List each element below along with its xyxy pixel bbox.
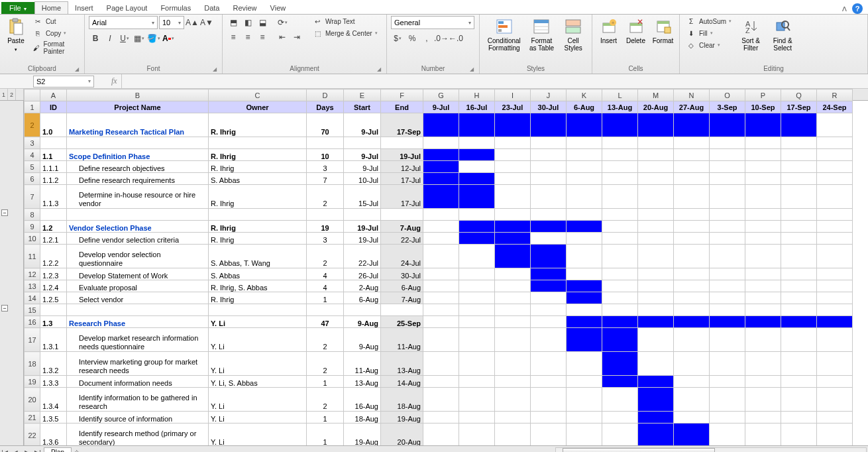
- gantt-cell[interactable]: [531, 352, 567, 376]
- cell[interactable]: [817, 137, 853, 149]
- font-name-combo[interactable]: Arial: [89, 16, 158, 29]
- gantt-cell[interactable]: [638, 328, 674, 352]
- gantt-cell[interactable]: [710, 292, 745, 304]
- cell[interactable]: 1.3.3: [40, 376, 67, 388]
- cell[interactable]: 1.3: [40, 316, 67, 328]
- gantt-cell[interactable]: [531, 292, 567, 304]
- gantt-cell[interactable]: [781, 221, 817, 233]
- column-header[interactable]: I: [495, 89, 531, 101]
- gantt-cell[interactable]: [531, 245, 567, 268]
- gantt-cell[interactable]: [781, 185, 817, 209]
- gantt-cell[interactable]: [638, 161, 674, 173]
- cell[interactable]: Y. Li, S. Abbas: [209, 376, 307, 388]
- gantt-cell[interactable]: [423, 280, 459, 292]
- cell[interactable]: [638, 137, 674, 149]
- cell[interactable]: 6-Aug: [381, 280, 423, 292]
- cell[interactable]: 19: [307, 221, 344, 233]
- gantt-cell[interactable]: [817, 149, 853, 161]
- row-header[interactable]: 10: [25, 233, 40, 245]
- dialog-launcher-icon[interactable]: ◢: [470, 66, 474, 72]
- gantt-cell[interactable]: [781, 424, 817, 446]
- gantt-cell[interactable]: [459, 245, 495, 268]
- gantt-cell[interactable]: [459, 173, 495, 185]
- gantt-cell[interactable]: [459, 280, 495, 292]
- gantt-cell[interactable]: [423, 113, 459, 137]
- cell[interactable]: 13-Aug: [381, 352, 423, 376]
- gantt-cell[interactable]: [495, 221, 531, 233]
- gantt-cell[interactable]: [817, 233, 853, 245]
- cell[interactable]: 9-Aug: [344, 316, 381, 328]
- gantt-cell[interactable]: [495, 161, 531, 173]
- gantt-cell[interactable]: [495, 149, 531, 161]
- cell[interactable]: 1.1: [40, 149, 67, 161]
- name-box[interactable]: S2: [33, 76, 94, 87]
- cell[interactable]: 1: [307, 412, 344, 424]
- gantt-cell[interactable]: [602, 280, 638, 292]
- gantt-cell[interactable]: [423, 268, 459, 280]
- cell[interactable]: 1.1.3: [40, 185, 67, 209]
- gantt-cell[interactable]: [745, 245, 781, 268]
- gantt-cell[interactable]: [567, 268, 602, 280]
- gantt-cell[interactable]: [674, 221, 710, 233]
- gantt-cell[interactable]: [710, 233, 745, 245]
- cell[interactable]: 1.3.6: [40, 424, 67, 446]
- cell[interactable]: [381, 304, 423, 316]
- cell[interactable]: 7: [307, 173, 344, 185]
- cell[interactable]: 2: [307, 185, 344, 209]
- cell[interactable]: [459, 209, 495, 221]
- decrease-indent-icon[interactable]: ⇤: [276, 30, 289, 44]
- cell[interactable]: [638, 304, 674, 316]
- cell[interactable]: 19-Jul: [344, 233, 381, 245]
- outline-gutter[interactable]: −−: [0, 101, 24, 445]
- gantt-cell[interactable]: [745, 268, 781, 280]
- cell[interactable]: 12-Jul: [381, 161, 423, 173]
- row-header[interactable]: 13: [25, 280, 40, 292]
- cell-styles-button[interactable]: Cell Styles: [559, 16, 588, 52]
- gantt-cell[interactable]: [674, 292, 710, 304]
- column-header[interactable]: C: [209, 89, 307, 101]
- cell[interactable]: Y. Li: [209, 424, 307, 446]
- gantt-cell[interactable]: [710, 352, 745, 376]
- orientation-button[interactable]: ⟳: [276, 16, 289, 29]
- cell[interactable]: [209, 137, 307, 149]
- gantt-cell[interactable]: [817, 245, 853, 268]
- gantt-cell[interactable]: [531, 424, 567, 446]
- cell[interactable]: [781, 304, 817, 316]
- gantt-cell[interactable]: [710, 268, 745, 280]
- cell[interactable]: [745, 209, 781, 221]
- gantt-cell[interactable]: [710, 412, 745, 424]
- gantt-cell[interactable]: [817, 161, 853, 173]
- gantt-cell[interactable]: [674, 280, 710, 292]
- underline-button[interactable]: U: [118, 32, 131, 45]
- cell[interactable]: 26-Jul: [344, 268, 381, 280]
- row-header[interactable]: 21: [25, 412, 40, 424]
- cell[interactable]: 11-Aug: [344, 352, 381, 376]
- cell[interactable]: 1.2.2: [40, 245, 67, 268]
- cell[interactable]: Interview marketing group for market res…: [67, 352, 209, 376]
- cell[interactable]: R. Ihrig: [209, 233, 307, 245]
- gantt-cell[interactable]: [602, 149, 638, 161]
- header-cell[interactable]: End: [381, 101, 423, 113]
- gantt-cell[interactable]: [602, 221, 638, 233]
- gantt-cell[interactable]: [745, 221, 781, 233]
- cell[interactable]: 17-Jul: [381, 185, 423, 209]
- gantt-cell[interactable]: [602, 424, 638, 446]
- gantt-cell[interactable]: [531, 113, 567, 137]
- cell[interactable]: S. Abbas: [209, 268, 307, 280]
- gantt-cell[interactable]: [567, 316, 602, 328]
- cell[interactable]: [40, 304, 67, 316]
- gantt-cell[interactable]: [567, 245, 602, 268]
- header-cell[interactable]: 3-Sep: [710, 101, 745, 113]
- gantt-cell[interactable]: [745, 173, 781, 185]
- font-size-combo[interactable]: 10: [159, 16, 184, 29]
- cell[interactable]: [710, 209, 745, 221]
- column-header[interactable]: R: [817, 89, 853, 101]
- cell[interactable]: [67, 209, 209, 221]
- gantt-cell[interactable]: [602, 376, 638, 388]
- cell[interactable]: R. Ihrig: [209, 161, 307, 173]
- gantt-cell[interactable]: [781, 376, 817, 388]
- row-header[interactable]: 6: [25, 173, 40, 185]
- format-as-table-button[interactable]: Format as Table: [527, 16, 557, 52]
- cell[interactable]: Identify source of information: [67, 412, 209, 424]
- gantt-cell[interactable]: [745, 412, 781, 424]
